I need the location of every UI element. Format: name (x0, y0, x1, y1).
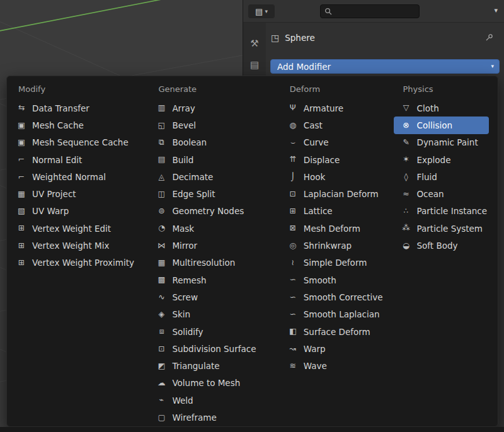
menu-item-soft-body[interactable]: ◒Soft Body (394, 237, 489, 254)
menu-item-remesh[interactable]: ▩Remesh (149, 271, 269, 288)
menu-column-title: Physics (391, 76, 498, 99)
menu-item-data-transfer[interactable]: ⇆Data Transfer (9, 99, 138, 117)
header-options-button[interactable]: ▾ (494, 6, 498, 14)
menu-item-label: Screw (172, 292, 198, 302)
menu-item-mesh-deform[interactable]: ⊠Mesh Deform (281, 220, 383, 237)
menu-item-geometry-nodes[interactable]: ⊚Geometry Nodes (149, 203, 269, 220)
menu-item-label: Collision (416, 120, 452, 130)
menu-item-label: Boolean (172, 137, 207, 147)
menu-item-dynamic-paint[interactable]: ✎Dynamic Paint (394, 134, 489, 151)
y-axis-line (0, 0, 171, 31)
menu-item-array[interactable]: ▥Array (149, 99, 269, 117)
menu-item-warp[interactable]: ↝Warp (281, 340, 383, 357)
screw-icon: ∿ (156, 293, 167, 302)
menu-item-weld[interactable]: ⌁Weld (149, 392, 269, 409)
wireframe-icon: ▢ (156, 414, 167, 422)
menu-item-mirror[interactable]: ⋈Mirror (149, 237, 269, 254)
fluid-icon: ◊ (400, 173, 411, 181)
wave-icon: ≋ (287, 362, 299, 370)
menu-item-particle-instance[interactable]: ∴Particle Instance (394, 203, 489, 220)
properties-search[interactable] (320, 4, 420, 18)
menu-item-mesh-cache[interactable]: ▣Mesh Cache (9, 117, 138, 134)
menu-item-laplacian-deform[interactable]: ⊡Laplacian Deform (281, 185, 383, 202)
menu-item-triangulate[interactable]: ◩Triangulate (149, 357, 269, 374)
search-input[interactable] (335, 6, 415, 16)
ocean-icon: ≈ (400, 190, 411, 198)
geometry-nodes-icon: ⊚ (156, 207, 167, 215)
solidify-icon: ⧈ (156, 327, 167, 336)
menu-item-uv-project[interactable]: ▦UV Project (9, 185, 138, 202)
array-icon: ▥ (156, 104, 167, 112)
vertex-weight-proximity-icon: ⊞ (16, 259, 27, 267)
menu-item-displace[interactable]: ⇈Displace (281, 151, 383, 168)
menu-item-label: Vertex Weight Edit (32, 224, 111, 234)
menu-item-label: Mesh Deform (304, 224, 360, 234)
editor-type-button[interactable]: ▤ ▾ (248, 4, 275, 18)
menu-item-label: Mask (172, 224, 194, 234)
mask-icon: ◔ (156, 224, 167, 232)
breadcrumb-object-name[interactable]: Sphere (285, 33, 315, 43)
menu-item-multiresolution[interactable]: ▦Multiresolution (149, 254, 269, 271)
menu-item-surface-deform[interactable]: ◧Surface Deform (281, 323, 383, 340)
menu-item-label: Wave (304, 361, 327, 371)
menu-item-curve[interactable]: ⌣Curve (281, 134, 383, 151)
menu-item-subdivision-surface[interactable]: ⊡Subdivision Surface (149, 340, 269, 357)
menu-item-bevel[interactable]: ◱Bevel (149, 117, 269, 134)
menu-item-boolean[interactable]: ⧉Boolean (149, 134, 269, 151)
menu-item-lattice[interactable]: ⊞Lattice (281, 203, 383, 220)
menu-column-physics: Physics▽Cloth⊗Collision✎Dynamic Paint✶Ex… (391, 76, 498, 426)
triangulate-icon: ◩ (156, 362, 167, 370)
menu-item-volume-to-mesh[interactable]: ☁Volume to Mesh (149, 375, 269, 392)
warp-icon: ↝ (287, 345, 299, 353)
menu-item-cloth[interactable]: ▽Cloth (394, 99, 489, 117)
menu-item-build[interactable]: ▤Build (149, 151, 269, 168)
menu-item-mesh-sequence-cache[interactable]: ▣Mesh Sequence Cache (9, 134, 138, 151)
menu-item-solidify[interactable]: ⧈Solidify (149, 323, 269, 340)
menu-item-ocean[interactable]: ≈Ocean (394, 185, 489, 202)
menu-item-label: Array (172, 103, 195, 113)
menu-item-wireframe[interactable]: ▢Wireframe (149, 409, 269, 426)
tab-tool[interactable]: ⚒ (243, 34, 266, 53)
build-icon: ▤ (156, 156, 167, 164)
menu-item-mask[interactable]: ◔Mask (149, 220, 269, 237)
menu-item-label: Smooth Laplacian (304, 309, 380, 319)
menu-item-fluid[interactable]: ◊Fluid (394, 168, 489, 185)
status-bar (0, 427, 504, 432)
menu-item-cast[interactable]: ◍Cast (281, 117, 383, 134)
menu-item-particle-system[interactable]: ⁂Particle System (394, 220, 489, 237)
menu-item-label: Cloth (416, 103, 438, 113)
menu-item-label: UV Project (32, 189, 76, 199)
menu-item-label: Displace (304, 155, 340, 165)
menu-item-explode[interactable]: ✶Explode (394, 151, 489, 168)
menu-item-wave[interactable]: ≋Wave (281, 357, 383, 374)
menu-item-smooth[interactable]: ∽Smooth (281, 271, 383, 288)
chevron-down-icon: ▾ (265, 9, 268, 14)
menu-item-smooth-corrective[interactable]: ∽Smooth Corrective (281, 288, 383, 305)
menu-item-vertex-weight-mix[interactable]: ⊞Vertex Weight Mix (9, 237, 138, 254)
particle-system-icon: ⁂ (400, 224, 411, 232)
menu-item-shrinkwrap[interactable]: ◎Shrinkwrap (281, 237, 383, 254)
menu-item-weighted-normal[interactable]: ⌐Weighted Normal (9, 168, 138, 185)
menu-item-vertex-weight-proximity[interactable]: ⊞Vertex Weight Proximity (9, 254, 138, 271)
menu-item-collision[interactable]: ⊗Collision (394, 117, 489, 134)
menu-item-edge-split[interactable]: ◫Edge Split (149, 185, 269, 202)
menu-item-label: Triangulate (172, 361, 219, 371)
menu-item-smooth-laplacian[interactable]: ∽Smooth Laplacian (281, 306, 383, 323)
surface-deform-icon: ◧ (287, 327, 299, 336)
menu-item-decimate[interactable]: ◬Decimate (149, 168, 269, 185)
add-modifier-button[interactable]: Add Modifier ▾ (270, 59, 500, 74)
menu-item-hook[interactable]: ⌡Hook (281, 168, 383, 185)
menu-item-simple-deform[interactable]: ≀Simple Deform (281, 254, 383, 271)
menu-item-uv-warp[interactable]: ▧UV Warp (9, 203, 138, 220)
pin-button[interactable] (484, 33, 494, 45)
tab-output[interactable]: ▤ (243, 55, 266, 74)
menu-item-screw[interactable]: ∿Screw (149, 288, 269, 305)
menu-item-label: Weighted Normal (32, 172, 106, 182)
menu-item-normal-edit[interactable]: ⌐Normal Edit (9, 151, 138, 168)
menu-item-label: Armature (304, 103, 343, 113)
menu-item-vertex-weight-edit[interactable]: ⊞Vertex Weight Edit (9, 220, 138, 237)
uv-project-icon: ▦ (16, 190, 27, 198)
menu-item-armature[interactable]: ΨArmature (281, 99, 383, 117)
bevel-icon: ◱ (156, 122, 167, 130)
menu-item-skin[interactable]: ◈Skin (149, 306, 269, 323)
